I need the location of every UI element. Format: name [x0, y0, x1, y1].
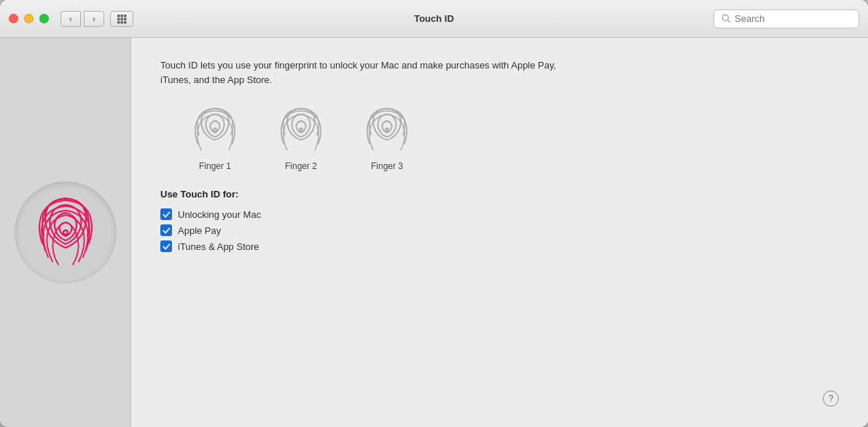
chevron-left-icon: ‹ — [69, 13, 72, 24]
search-bar[interactable] — [713, 9, 859, 28]
minimize-button[interactable] — [24, 14, 34, 23]
nav-buttons: ‹ › — [60, 11, 104, 27]
unlock-mac-checkbox[interactable] — [160, 208, 172, 220]
grid-view-button[interactable] — [110, 11, 133, 27]
itunes-appstore-row: iTunes & App Store — [160, 240, 839, 252]
svg-point-14 — [386, 128, 388, 131]
grid-icon — [117, 14, 127, 24]
search-icon — [722, 14, 731, 23]
svg-rect-3 — [117, 17, 120, 20]
finger-1-icon[interactable] — [189, 104, 241, 155]
search-input[interactable] — [735, 13, 851, 24]
main-content: Touch ID lets you use your fingerprint t… — [0, 38, 868, 427]
main-panel: Touch ID lets you use your fingerprint t… — [131, 38, 868, 427]
checkmark-icon — [163, 227, 171, 235]
apple-pay-row: Apple Pay — [160, 224, 839, 236]
svg-rect-2 — [124, 15, 127, 17]
svg-rect-5 — [124, 17, 127, 20]
titlebar: ‹ › Touch ID — [0, 0, 868, 38]
checkmark-icon — [163, 243, 171, 251]
close-button[interactable] — [9, 14, 18, 23]
finger-2-item: Finger 2 — [275, 104, 327, 171]
itunes-appstore-checkbox[interactable] — [160, 240, 172, 252]
finger-1-item: Finger 1 — [189, 104, 241, 171]
use-section-title: Use Touch ID for: — [160, 189, 839, 200]
traffic-lights — [9, 14, 49, 23]
help-button[interactable]: ? — [823, 391, 839, 407]
finger-1-label: Finger 1 — [199, 161, 231, 171]
svg-rect-8 — [124, 21, 127, 24]
apple-pay-label: Apple Pay — [178, 225, 221, 236]
apple-pay-checkbox[interactable] — [160, 224, 172, 236]
svg-line-10 — [728, 20, 730, 23]
svg-rect-6 — [117, 21, 120, 24]
checkmark-icon — [163, 211, 171, 219]
fingerprint-container — [15, 181, 117, 283]
finger-3-label: Finger 3 — [371, 161, 403, 171]
svg-rect-4 — [121, 17, 124, 20]
help-icon: ? — [829, 393, 834, 404]
finger-3-item: Finger 3 — [361, 104, 413, 171]
svg-rect-0 — [117, 15, 120, 17]
fingers-row: Finger 1 — [189, 104, 839, 171]
sidebar — [0, 38, 131, 427]
bottom-row: ? — [160, 391, 839, 407]
description-text: Touch ID lets you use your fingerprint t… — [160, 58, 583, 87]
chevron-right-icon: › — [93, 13, 95, 24]
nav-back-button[interactable]: ‹ — [60, 11, 81, 27]
svg-point-12 — [214, 128, 216, 131]
maximize-button[interactable] — [39, 14, 49, 23]
preferences-window: ‹ › Touch ID — [0, 0, 868, 427]
svg-rect-1 — [121, 15, 124, 17]
finger-2-label: Finger 2 — [285, 161, 317, 171]
use-touch-id-section: Use Touch ID for: Unlocking your Mac — [160, 189, 839, 252]
finger-3-icon[interactable] — [361, 104, 413, 155]
itunes-appstore-label: iTunes & App Store — [178, 241, 259, 252]
unlock-mac-label: Unlocking your Mac — [178, 209, 261, 220]
svg-point-13 — [300, 128, 302, 131]
window-title: Touch ID — [414, 13, 454, 24]
svg-point-11 — [63, 230, 68, 235]
svg-rect-7 — [121, 21, 124, 24]
unlock-mac-row: Unlocking your Mac — [160, 208, 839, 220]
fingerprint-icon — [29, 196, 102, 269]
finger-2-icon[interactable] — [275, 104, 327, 155]
nav-forward-button[interactable]: › — [84, 11, 104, 27]
